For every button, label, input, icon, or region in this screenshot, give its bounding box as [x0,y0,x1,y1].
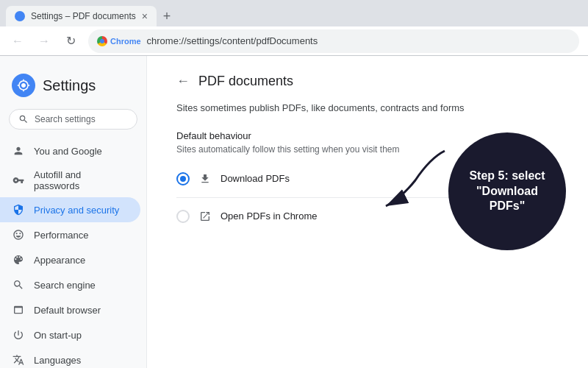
url-text: chrome://settings/content/pdfDocuments [147,35,318,46]
section-header: ← PDF documents [176,74,559,89]
open-option-label: Open PDFs in Chrome [220,210,318,222]
settings-title: Settings [43,77,96,94]
annotation-text: Step 5: select "Download PDFs" [463,169,551,214]
tab-title: Settings – PDF documents [31,11,136,21]
sidebar-item-label: Default browser [34,305,101,316]
sidebar-item-privacy[interactable]: Privacy and security [0,197,140,222]
sidebar-item-label: Languages [34,355,81,366]
sidebar-item-you-and-google[interactable]: You and Google [0,138,140,163]
translate-icon [12,353,25,367]
sidebar-item-languages[interactable]: Languages [0,347,140,368]
sidebar-item-label: Performance [34,230,88,241]
sidebar-item-performance[interactable]: Performance [0,222,140,247]
palette-icon [12,253,25,266]
key-icon [12,174,25,187]
download-option-label: Download PDFs [220,173,290,184]
settings-logo [12,74,35,97]
forward-button[interactable]: → [35,32,53,50]
search-container: Search settings [0,109,146,138]
open-radio[interactable] [176,210,190,223]
step-annotation: Step 5: select "Download PDFs" [448,132,566,250]
reload-button[interactable]: ↻ [62,32,79,50]
sidebar-item-on-startup[interactable]: On start-up [0,322,140,347]
sidebar-item-appearance[interactable]: Appearance [0,247,140,272]
chrome-icon [97,36,107,46]
search-nav-icon [12,278,25,291]
download-option-icon [198,172,212,185]
sidebar-item-label: Search engine [34,280,96,291]
back-button[interactable]: ← [176,74,190,89]
sidebar-item-autofill[interactable]: Autofill and passwords [0,163,140,197]
sidebar-item-label: On start-up [34,330,82,341]
shield-icon [12,203,25,216]
sidebar-item-label: You and Google [34,146,102,157]
window-icon [12,303,25,316]
sidebar: Settings Search settings You and Google [0,56,147,368]
page-container: Settings – PDF documents × + ← → ↻ Chrom… [0,0,588,368]
tab-favicon [15,11,25,21]
search-placeholder: Search settings [35,114,96,124]
person-icon [12,144,25,158]
address-bar: ← → ↻ Chrome chrome://settings/content/p… [0,26,588,56]
sidebar-item-label: Privacy and security [34,205,119,216]
sidebar-item-label: Autofill and passwords [34,169,129,191]
search-icon [18,114,29,124]
browser-chrome: Settings – PDF documents × + ← → ↻ Chrom… [0,0,588,56]
section-title: PDF documents [198,74,293,89]
power-icon [12,328,25,342]
url-bar[interactable]: Chrome chrome://settings/content/pdfDocu… [88,29,579,53]
browser-tab[interactable]: Settings – PDF documents × [6,6,157,26]
section-description: Sites sometimes publish PDFs, like docum… [176,101,559,116]
annotation-circle: Step 5: select "Download PDFs" [448,132,566,250]
new-tab-button[interactable]: + [157,6,177,26]
settings-header: Settings [0,68,146,109]
chrome-label: Chrome [110,37,141,46]
download-radio[interactable] [176,172,190,185]
gauge-icon [12,228,25,241]
sidebar-item-search-engine[interactable]: Search engine [0,272,140,297]
chrome-logo: Chrome [97,36,141,46]
tab-bar: Settings – PDF documents × + [0,0,588,26]
open-option-icon [198,210,212,223]
sidebar-item-default-browser[interactable]: Default browser [0,297,140,322]
search-bar[interactable]: Search settings [9,109,137,130]
tab-close-button[interactable]: × [142,11,148,21]
back-button[interactable]: ← [9,32,26,50]
sidebar-item-label: Appearance [34,255,85,266]
